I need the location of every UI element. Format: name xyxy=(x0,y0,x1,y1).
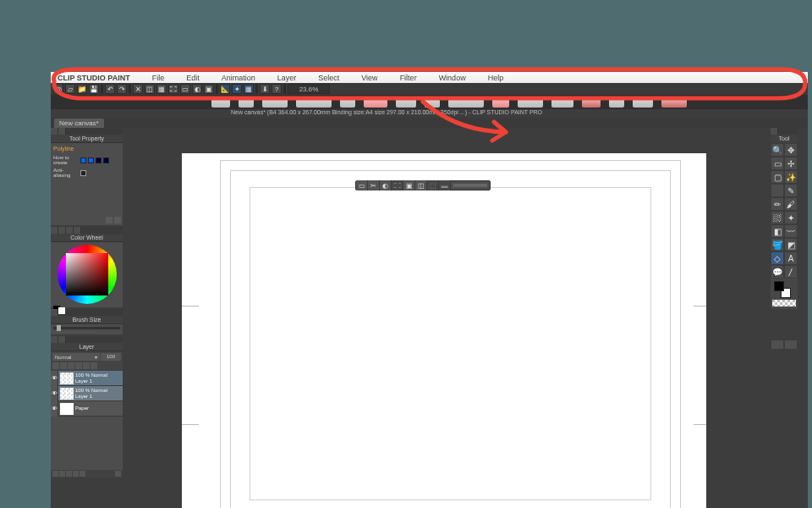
menu-help[interactable]: Help xyxy=(488,74,504,82)
options-icon[interactable] xyxy=(115,471,121,477)
dock-thumb[interactable] xyxy=(396,97,416,108)
dock-thumb[interactable] xyxy=(492,97,509,108)
tool-decoration[interactable]: ✦ xyxy=(784,211,798,224)
tool-marquee[interactable]: ▢ xyxy=(771,170,784,184)
color-wheel[interactable] xyxy=(58,245,117,304)
cmd-open[interactable]: 📁 xyxy=(77,84,87,94)
cmd-save[interactable]: 💾 xyxy=(89,84,99,94)
sub-color-swatch[interactable] xyxy=(58,307,65,314)
create-mode-3[interactable] xyxy=(96,157,102,163)
tool-brush[interactable]: 🖌 xyxy=(784,197,798,211)
tool-gradient[interactable]: ◩ xyxy=(784,238,798,251)
menu-filter[interactable]: Filter xyxy=(400,74,417,82)
tone-slider[interactable] xyxy=(453,184,487,187)
dock-thumb[interactable] xyxy=(239,97,254,108)
clear-outside-icon[interactable]: ⬚ xyxy=(427,180,439,190)
canvas[interactable] xyxy=(182,153,706,508)
layer-row[interactable]: 👁 100 % NormalLayer 1 xyxy=(51,371,123,386)
cmd-assets[interactable]: ⬇ xyxy=(260,84,270,94)
menu-icon[interactable] xyxy=(114,217,121,224)
blend-mode-dropdown[interactable]: Normal▾ xyxy=(52,353,100,361)
layer-color-icon[interactable] xyxy=(91,362,97,369)
layer-row[interactable]: 👁 Paper xyxy=(51,401,123,417)
cmd-invert[interactable]: ◐ xyxy=(192,84,202,94)
tool-zoom[interactable]: 🔍 xyxy=(771,143,784,157)
tool-layer-move[interactable]: ✢ xyxy=(784,157,798,170)
tool-operation[interactable]: ▭ xyxy=(771,157,784,170)
transfer-icon[interactable] xyxy=(66,471,72,477)
dock-thumb[interactable] xyxy=(364,97,387,108)
tool-figure[interactable]: ◇ xyxy=(771,251,784,265)
transparent-color[interactable] xyxy=(772,300,796,306)
tool-auto-select[interactable]: ✨ xyxy=(784,170,798,184)
tool-eyedropper[interactable] xyxy=(771,184,784,197)
menu-edit[interactable]: Edit xyxy=(186,74,200,82)
tool-airbrush[interactable]: ⛆ xyxy=(771,211,784,224)
dock-thumb[interactable] xyxy=(609,97,624,108)
shrink-icon[interactable]: ▣ xyxy=(403,180,415,190)
menu-window[interactable]: Window xyxy=(439,74,466,82)
subtool-item[interactable] xyxy=(771,340,784,350)
cmd-clip-studio[interactable]: ◎ xyxy=(53,84,63,94)
tool-move[interactable]: ✥ xyxy=(784,143,798,157)
cmd-help[interactable]: ? xyxy=(272,84,282,94)
tool-balloon[interactable]: 💬 xyxy=(771,265,784,279)
dock-thumb[interactable] xyxy=(551,97,573,108)
cmd-delete[interactable]: ✕ xyxy=(133,84,143,94)
layer-row[interactable]: 👁 100 % NormalLayer 1 xyxy=(51,386,123,401)
expand-icon[interactable]: ⛶ xyxy=(392,180,403,190)
cmd-snap-grid[interactable]: ▦ xyxy=(244,84,254,94)
menu-layer[interactable]: Layer xyxy=(277,74,297,82)
dock-thumb[interactable] xyxy=(340,97,355,108)
tool-pen[interactable]: ✎ xyxy=(784,184,798,197)
menu-app[interactable]: CLIP STUDIO PAINT xyxy=(58,74,130,82)
menu-animation[interactable]: Animation xyxy=(222,74,255,82)
layer-mask-icon[interactable] xyxy=(60,362,67,369)
cmd-snap-ruler[interactable]: 📐 xyxy=(220,84,230,94)
menu-view[interactable]: View xyxy=(361,74,377,82)
panel-tabs[interactable] xyxy=(771,128,798,135)
cmd-undo[interactable]: ↶ xyxy=(105,84,115,94)
layer-lock-icon[interactable] xyxy=(52,362,59,369)
menu-select[interactable]: Select xyxy=(318,74,339,82)
main-color[interactable] xyxy=(774,281,784,291)
tool-correct-line[interactable]: 〳 xyxy=(784,265,798,279)
cmd-fill[interactable]: ▦ xyxy=(156,84,167,94)
panel-tabs[interactable] xyxy=(51,128,123,135)
create-mode-4[interactable] xyxy=(103,157,109,163)
wrench-icon[interactable] xyxy=(106,217,112,224)
panel-tabs[interactable] xyxy=(51,227,123,234)
visibility-icon[interactable]: 👁 xyxy=(51,371,58,386)
brush-size-slider[interactable] xyxy=(53,327,120,329)
cmd-scale[interactable]: ⛶ xyxy=(168,84,178,94)
deselect-icon[interactable]: ▭ xyxy=(356,180,368,190)
clear-icon[interactable]: ◫ xyxy=(415,180,427,190)
dock-thumb[interactable] xyxy=(582,97,601,108)
layer-ref-icon[interactable] xyxy=(68,362,74,369)
cmd-snap-special[interactable]: ✦ xyxy=(232,84,242,94)
dock-thumb[interactable] xyxy=(661,97,687,108)
cmd-border[interactable]: ▣ xyxy=(204,84,214,94)
dock-thumb[interactable] xyxy=(448,97,484,108)
dock-thumb[interactable] xyxy=(518,97,543,108)
tool-pencil[interactable]: ✏ xyxy=(771,197,784,211)
subtool-item[interactable] xyxy=(784,340,798,350)
visibility-icon[interactable]: 👁 xyxy=(51,386,58,401)
fill-icon[interactable]: ▬ xyxy=(439,180,451,190)
new-folder-icon[interactable] xyxy=(59,471,65,477)
document-tab[interactable]: New canvas* xyxy=(54,119,104,128)
cmd-redo[interactable]: ↷ xyxy=(117,84,127,94)
visibility-icon[interactable]: 👁 xyxy=(51,401,58,417)
dock-thumb[interactable] xyxy=(425,97,440,108)
tool-blend[interactable]: 〰 xyxy=(784,224,798,238)
anti-alias-checkbox[interactable] xyxy=(80,170,86,176)
crop-icon[interactable]: ✂ xyxy=(368,180,380,190)
invert-icon[interactable]: ◐ xyxy=(380,180,392,190)
cmd-deselect[interactable]: ▭ xyxy=(180,84,190,94)
cmd-crop[interactable]: ◫ xyxy=(145,84,155,94)
dock-thumb[interactable] xyxy=(633,97,653,108)
selection-launcher[interactable]: ▭ ✂ ◐ ⛶ ▣ ◫ ⬚ ▬ xyxy=(355,180,491,190)
zoom-field[interactable]: 23.6% xyxy=(288,84,330,94)
panel-tabs[interactable] xyxy=(51,336,123,343)
create-mode-1[interactable] xyxy=(80,157,86,163)
